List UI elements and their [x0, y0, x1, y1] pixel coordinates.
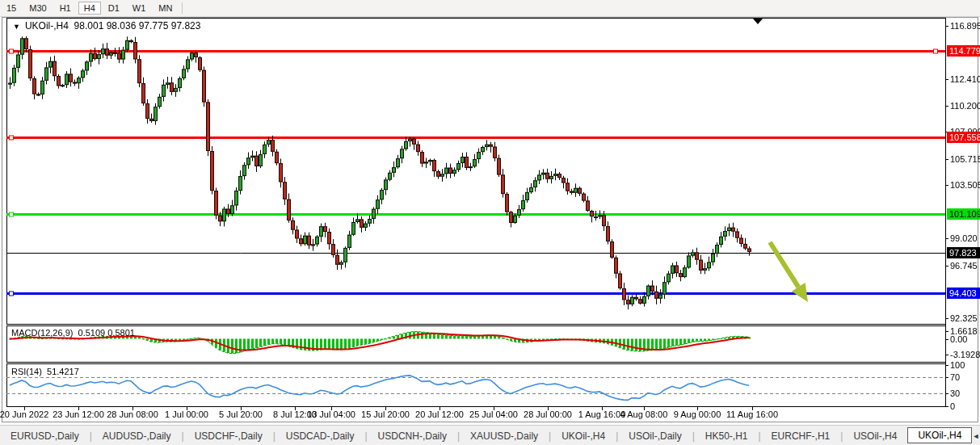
symbol-tab-usdcaddaily-3[interactable]: USDCAD-,Daily [275, 428, 365, 444]
rsi-name: RSI(14) [11, 367, 42, 376]
time-axis-label: 20 Jul 12:00 [415, 409, 464, 419]
symbol-tab-ukoilh4-11[interactable]: UKOil-,H4 [907, 427, 972, 443]
time-axis-label: 20 Jun 2022 [0, 409, 48, 419]
rsi-tick-label: 30 [950, 388, 960, 398]
chart-symbol-label: UKOil-,H4 [25, 20, 69, 31]
macd-tick-label: 0.00 [950, 334, 967, 344]
price-tick-label: 110.200 [950, 101, 980, 111]
time-axis-label: 23 Jun 12:00 [53, 409, 104, 419]
symbol-tab-ukoilh4-6[interactable]: UKOil-,H4 [551, 428, 616, 444]
rsi-tick-label: 100 [950, 360, 965, 370]
macd-tick-label: -3.1928 [950, 350, 980, 359]
time-axis-label: 25 Jul 04:00 [469, 409, 518, 419]
symbol-tab-audusddaily-1[interactable]: AUDUSD-,Daily [92, 428, 182, 444]
symbol-tab-usoilh4-10[interactable]: USOil-,H4 [843, 428, 907, 444]
chart-window: ▼UKOil-,H4 98.001 98.036 97.775 97.823 M… [0, 17, 980, 423]
rsi-label: RSI(14) 51.4217 [11, 367, 79, 376]
macd-name: MACD(12,26,9) [11, 328, 73, 338]
symbol-tab-xauusddaily-5[interactable]: XAUUSD-,Daily [460, 428, 549, 444]
current-price-line-price-label: 97.823 [947, 247, 980, 258]
candlestick-chart-canvas[interactable] [0, 0, 980, 445]
symbol-tab-usdchfdaily-2[interactable]: USDCHF-,Daily [184, 428, 273, 444]
chart-title: ▼UKOil-,H4 98.001 98.036 97.775 97.823 [13, 20, 200, 31]
time-axis-label: 9 Aug 00:00 [674, 409, 721, 419]
price-tick-label: 112.410 [950, 74, 980, 84]
time-axis-label: 1 Jul 00:00 [165, 409, 208, 419]
price-tick-label: 116.895 [950, 21, 980, 31]
chart-menu-icon[interactable]: ▼ [13, 23, 20, 31]
symbol-tab-eurusddaily-0[interactable]: EURUSD-,Daily [0, 428, 90, 444]
price-tick-label: 105.715 [950, 154, 980, 164]
time-axis-label: 5 Jul 20:00 [219, 409, 263, 419]
macd-label: MACD(12,26,9) 0.5109 0.5801 [11, 328, 135, 338]
time-axis-label: 4 Aug 08:00 [620, 409, 668, 419]
support-line-price-label: 94.403 [947, 288, 980, 299]
resistance-line-price-label: 114.779 [947, 45, 980, 57]
time-axis-label: 11 Aug 16:00 [726, 409, 778, 419]
time-axis-label: 28 Jun 08:00 [107, 409, 158, 419]
symbol-tab-usoildaily-7[interactable]: USOil-,Daily [618, 428, 692, 444]
support-line-price-label: 101.109 [947, 208, 980, 220]
symbol-tab-usdcnhdaily-4[interactable]: USDCNH-,Daily [368, 428, 457, 444]
price-tick-label: 103.505 [950, 180, 980, 190]
symbol-tab-hk50h1-8[interactable]: HK50-,H1 [695, 428, 759, 444]
time-axis-label: 15 Jul 20:00 [361, 409, 410, 419]
price-tick-label: 99.020 [950, 233, 978, 243]
price-tick-label: 96.745 [950, 261, 978, 271]
symbol-tabbar: EURUSD-,Daily|AUDUSD-,Daily|USDCHF-,Dail… [0, 425, 980, 445]
price-tick-label: 92.325 [950, 313, 978, 323]
time-axis-label: 13 Jul 04:00 [307, 409, 355, 419]
time-axis-label: 28 Jul 00:00 [524, 409, 572, 419]
tabs-scroll-left-icon[interactable]: ◄ [972, 432, 979, 440]
chart-ohlc-values: 98.001 98.036 97.775 97.823 [74, 20, 201, 31]
rsi-value: 51.4217 [47, 367, 79, 376]
resistance-line-price-label: 107.558 [947, 132, 980, 143]
time-axis-label: 1 Aug 16:00 [578, 409, 626, 419]
macd-values: 0.5109 0.5801 [78, 328, 135, 338]
rsi-tick-label: 0 [950, 401, 955, 411]
rsi-tick-label: 70 [950, 372, 960, 382]
symbol-tab-eurchfh1-9[interactable]: EURCHF-,H1 [761, 428, 841, 444]
